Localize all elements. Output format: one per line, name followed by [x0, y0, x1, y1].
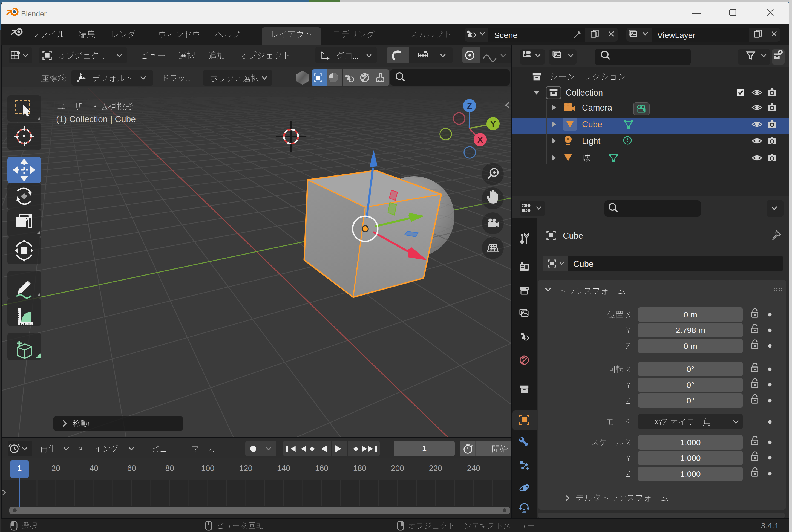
svg-text:(1) Collection | Cube: (1) Collection | Cube: [56, 114, 136, 124]
svg-text:Z: Z: [467, 101, 472, 110]
svg-text:X: X: [477, 135, 483, 144]
svg-text:Y: Y: [490, 119, 496, 128]
